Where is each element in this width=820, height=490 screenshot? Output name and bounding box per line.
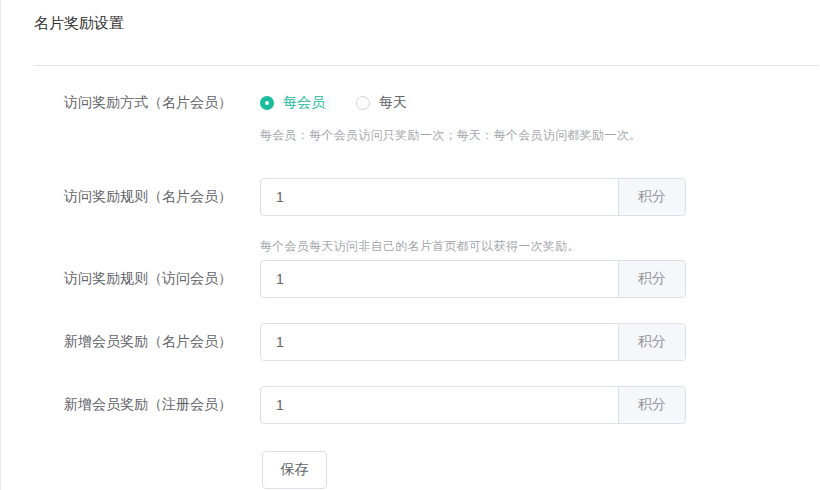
reward-mode-radio-group: 每会员 每天 bbox=[260, 94, 407, 112]
radio-option-per-member[interactable]: 每会员 bbox=[260, 94, 325, 112]
visit-rule-card-input[interactable] bbox=[261, 179, 618, 215]
new-member-register-input[interactable] bbox=[261, 387, 618, 423]
new-member-card-unit: 积分 bbox=[618, 324, 685, 360]
save-button[interactable]: 保存 bbox=[262, 451, 327, 489]
form-row-visit-rule-card: 访问奖励规则（名片会员） 积分 bbox=[1, 178, 820, 216]
radio-option-per-member-label[interactable]: 每会员 bbox=[283, 94, 325, 112]
visit-rule-visitor-unit: 积分 bbox=[618, 261, 685, 297]
visit-rule-card-label: 访问奖励规则（名片会员） bbox=[1, 188, 232, 206]
visit-rule-visitor-input-group: 积分 bbox=[260, 260, 686, 298]
title-divider bbox=[34, 65, 819, 66]
new-member-register-input-group: 积分 bbox=[260, 386, 686, 424]
form-row-visit-rule-visitor: 访问奖励规则（访问会员） 积分 bbox=[1, 260, 820, 298]
radio-option-per-day[interactable]: 每天 bbox=[356, 94, 407, 112]
new-member-card-input[interactable] bbox=[261, 324, 618, 360]
reward-mode-help-text: 每会员：每个会员访问只奖励一次；每天：每个会员访问都奖励一次。 bbox=[260, 127, 641, 144]
visit-rule-visitor-help-text: 每个会员每天访问非自己的名片首页都可以获得一次奖励。 bbox=[260, 238, 580, 255]
page-title: 名片奖励设置 bbox=[34, 14, 124, 33]
new-member-register-unit: 积分 bbox=[618, 387, 685, 423]
radio-option-per-day-label[interactable]: 每天 bbox=[379, 94, 407, 112]
new-member-card-input-group: 积分 bbox=[260, 323, 686, 361]
new-member-card-label: 新增会员奖励（名片会员） bbox=[1, 333, 232, 351]
reward-mode-label: 访问奖励方式（名片会员） bbox=[1, 94, 232, 112]
form-row-reward-mode: 访问奖励方式（名片会员） 每会员 每天 bbox=[1, 93, 820, 113]
visit-rule-card-input-group: 积分 bbox=[260, 178, 686, 216]
radio-selected-icon[interactable] bbox=[260, 96, 274, 110]
new-member-register-label: 新增会员奖励（注册会员） bbox=[1, 396, 232, 414]
card-reward-settings-panel: 名片奖励设置 访问奖励方式（名片会员） 每会员 每天 每会员：每个会员访问只奖励… bbox=[0, 0, 820, 490]
radio-unselected-icon[interactable] bbox=[356, 96, 370, 110]
visit-rule-card-unit: 积分 bbox=[618, 179, 685, 215]
form-row-new-member-register: 新增会员奖励（注册会员） 积分 bbox=[1, 386, 820, 424]
visit-rule-visitor-input[interactable] bbox=[261, 261, 618, 297]
visit-rule-visitor-label: 访问奖励规则（访问会员） bbox=[1, 270, 232, 288]
form-row-new-member-card: 新增会员奖励（名片会员） 积分 bbox=[1, 323, 820, 361]
